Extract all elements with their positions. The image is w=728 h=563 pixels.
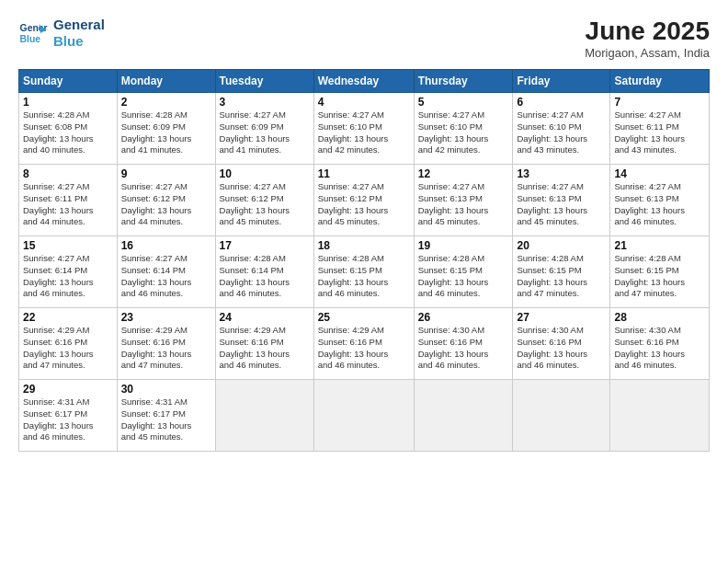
day-number: 3 [220, 96, 310, 109]
calendar-cell: 25Sunrise: 4:29 AM Sunset: 6:16 PM Dayli… [313, 308, 414, 380]
calendar-cell: 2Sunrise: 4:28 AM Sunset: 6:09 PM Daylig… [117, 93, 215, 165]
calendar-cell: 26Sunrise: 4:30 AM Sunset: 6:16 PM Dayli… [414, 308, 513, 380]
header: General Blue General Blue June 2025 Mori… [18, 17, 710, 60]
calendar-cell: 7Sunrise: 4:27 AM Sunset: 6:11 PM Daylig… [610, 93, 710, 165]
calendar-cell [313, 380, 414, 452]
day-number: 17 [220, 239, 310, 252]
day-number: 13 [517, 167, 606, 180]
calendar-cell [414, 380, 513, 452]
calendar-header-friday: Friday [513, 70, 610, 93]
day-number: 5 [418, 96, 509, 109]
day-number: 10 [220, 167, 310, 180]
calendar-header-tuesday: Tuesday [215, 70, 313, 93]
calendar-cell: 21Sunrise: 4:28 AM Sunset: 6:15 PM Dayli… [610, 236, 710, 308]
logo: General Blue General Blue [18, 17, 105, 50]
location: Morigaon, Assam, India [585, 46, 710, 60]
day-number: 7 [614, 96, 705, 109]
day-info: Sunrise: 4:27 AM Sunset: 6:12 PM Dayligh… [220, 181, 310, 228]
calendar-cell: 13Sunrise: 4:27 AM Sunset: 6:13 PM Dayli… [513, 165, 610, 236]
day-info: Sunrise: 4:27 AM Sunset: 6:09 PM Dayligh… [220, 109, 310, 156]
day-info: Sunrise: 4:28 AM Sunset: 6:15 PM Dayligh… [418, 253, 509, 300]
day-info: Sunrise: 4:29 AM Sunset: 6:16 PM Dayligh… [220, 325, 310, 372]
calendar-cell: 11Sunrise: 4:27 AM Sunset: 6:12 PM Dayli… [313, 165, 414, 236]
calendar-cell: 27Sunrise: 4:30 AM Sunset: 6:16 PM Dayli… [513, 308, 610, 380]
calendar-header-sunday: Sunday [19, 70, 118, 93]
day-number: 2 [121, 96, 211, 109]
day-info: Sunrise: 4:27 AM Sunset: 6:11 PM Dayligh… [23, 181, 113, 228]
calendar-header-monday: Monday [117, 70, 215, 93]
day-number: 27 [517, 311, 606, 324]
month-title: June 2025 [585, 17, 710, 46]
day-info: Sunrise: 4:28 AM Sunset: 6:15 PM Dayligh… [517, 253, 606, 300]
calendar-header-thursday: Thursday [414, 70, 513, 93]
day-info: Sunrise: 4:27 AM Sunset: 6:11 PM Dayligh… [614, 109, 705, 156]
day-info: Sunrise: 4:28 AM Sunset: 6:15 PM Dayligh… [614, 253, 705, 300]
calendar-cell [610, 380, 710, 452]
day-info: Sunrise: 4:30 AM Sunset: 6:16 PM Dayligh… [418, 325, 509, 372]
day-number: 9 [121, 167, 211, 180]
day-number: 18 [318, 239, 410, 252]
calendar-week-2: 15Sunrise: 4:27 AM Sunset: 6:14 PM Dayli… [19, 236, 710, 308]
calendar-cell: 1Sunrise: 4:28 AM Sunset: 6:08 PM Daylig… [19, 93, 118, 165]
calendar-cell: 8Sunrise: 4:27 AM Sunset: 6:11 PM Daylig… [19, 165, 118, 236]
calendar-week-3: 22Sunrise: 4:29 AM Sunset: 6:16 PM Dayli… [19, 308, 710, 380]
day-number: 26 [418, 311, 509, 324]
logo-icon: General Blue [18, 18, 48, 48]
day-info: Sunrise: 4:27 AM Sunset: 6:10 PM Dayligh… [318, 109, 410, 156]
day-info: Sunrise: 4:28 AM Sunset: 6:08 PM Dayligh… [23, 109, 113, 156]
day-number: 1 [23, 96, 113, 109]
calendar-cell: 12Sunrise: 4:27 AM Sunset: 6:13 PM Dayli… [414, 165, 513, 236]
day-number: 4 [318, 96, 410, 109]
logo-line1: General [53, 17, 105, 33]
day-number: 8 [23, 167, 113, 180]
day-info: Sunrise: 4:27 AM Sunset: 6:13 PM Dayligh… [418, 181, 509, 228]
calendar-cell: 3Sunrise: 4:27 AM Sunset: 6:09 PM Daylig… [215, 93, 313, 165]
day-number: 22 [23, 311, 113, 324]
calendar-header-wednesday: Wednesday [313, 70, 414, 93]
logo-line2: Blue [53, 33, 105, 50]
calendar-cell: 29Sunrise: 4:31 AM Sunset: 6:17 PM Dayli… [19, 380, 118, 452]
day-number: 14 [614, 167, 705, 180]
day-number: 11 [318, 167, 410, 180]
calendar-cell [215, 380, 313, 452]
day-info: Sunrise: 4:27 AM Sunset: 6:14 PM Dayligh… [121, 253, 211, 300]
calendar-cell: 17Sunrise: 4:28 AM Sunset: 6:14 PM Dayli… [215, 236, 313, 308]
calendar-week-0: 1Sunrise: 4:28 AM Sunset: 6:08 PM Daylig… [19, 93, 710, 165]
day-number: 28 [614, 311, 705, 324]
day-number: 30 [121, 383, 211, 396]
day-info: Sunrise: 4:30 AM Sunset: 6:16 PM Dayligh… [614, 325, 705, 372]
day-number: 25 [318, 311, 410, 324]
calendar-cell: 15Sunrise: 4:27 AM Sunset: 6:14 PM Dayli… [19, 236, 118, 308]
day-info: Sunrise: 4:31 AM Sunset: 6:17 PM Dayligh… [23, 396, 113, 443]
day-number: 6 [517, 96, 606, 109]
day-number: 15 [23, 239, 113, 252]
day-info: Sunrise: 4:27 AM Sunset: 6:10 PM Dayligh… [517, 109, 606, 156]
day-number: 24 [220, 311, 310, 324]
day-number: 19 [418, 239, 509, 252]
day-info: Sunrise: 4:30 AM Sunset: 6:16 PM Dayligh… [517, 325, 606, 372]
day-number: 23 [121, 311, 211, 324]
calendar-cell: 16Sunrise: 4:27 AM Sunset: 6:14 PM Dayli… [117, 236, 215, 308]
calendar-cell: 9Sunrise: 4:27 AM Sunset: 6:12 PM Daylig… [117, 165, 215, 236]
day-number: 12 [418, 167, 509, 180]
day-info: Sunrise: 4:31 AM Sunset: 6:17 PM Dayligh… [121, 396, 211, 443]
calendar-cell: 18Sunrise: 4:28 AM Sunset: 6:15 PM Dayli… [313, 236, 414, 308]
calendar-cell: 14Sunrise: 4:27 AM Sunset: 6:13 PM Dayli… [610, 165, 710, 236]
calendar-cell: 24Sunrise: 4:29 AM Sunset: 6:16 PM Dayli… [215, 308, 313, 380]
calendar-week-4: 29Sunrise: 4:31 AM Sunset: 6:17 PM Dayli… [19, 380, 710, 452]
day-info: Sunrise: 4:27 AM Sunset: 6:12 PM Dayligh… [121, 181, 211, 228]
day-number: 21 [614, 239, 705, 252]
day-info: Sunrise: 4:28 AM Sunset: 6:15 PM Dayligh… [318, 253, 410, 300]
day-info: Sunrise: 4:27 AM Sunset: 6:10 PM Dayligh… [418, 109, 509, 156]
calendar-cell: 5Sunrise: 4:27 AM Sunset: 6:10 PM Daylig… [414, 93, 513, 165]
svg-text:Blue: Blue [20, 34, 41, 44]
day-number: 29 [23, 383, 113, 396]
day-number: 16 [121, 239, 211, 252]
calendar-cell: 4Sunrise: 4:27 AM Sunset: 6:10 PM Daylig… [313, 93, 414, 165]
calendar-header-saturday: Saturday [610, 70, 710, 93]
calendar-cell: 23Sunrise: 4:29 AM Sunset: 6:16 PM Dayli… [117, 308, 215, 380]
day-number: 20 [517, 239, 606, 252]
day-info: Sunrise: 4:27 AM Sunset: 6:12 PM Dayligh… [318, 181, 410, 228]
calendar-cell: 19Sunrise: 4:28 AM Sunset: 6:15 PM Dayli… [414, 236, 513, 308]
calendar-header-row: SundayMondayTuesdayWednesdayThursdayFrid… [19, 70, 710, 93]
